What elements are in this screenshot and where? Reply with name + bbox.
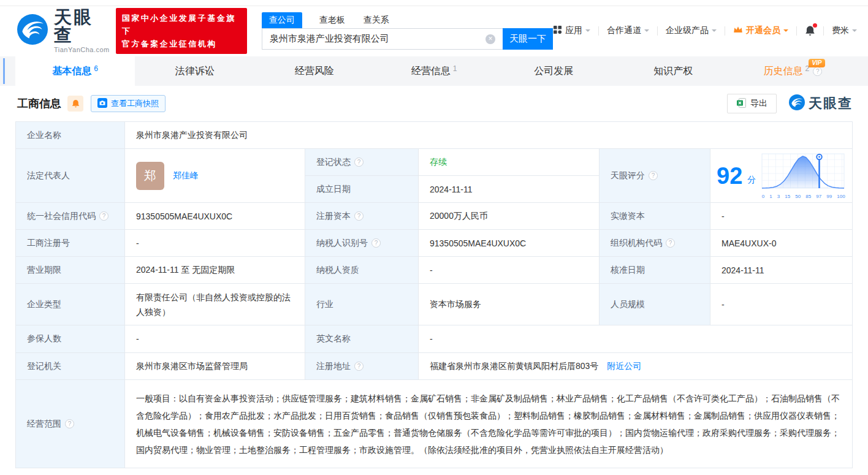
credit-code-label: 统一社会信用代码: [27, 211, 96, 222]
approval-date-value: 2024-11-11: [721, 265, 764, 275]
camera-icon: [97, 98, 107, 110]
industry-label: 行业: [316, 299, 333, 310]
establish-date-value: 2024-11-11: [430, 184, 473, 194]
nav-open-vip[interactable]: 开通会员: [733, 25, 788, 36]
tianyancha-logo-icon: [17, 14, 48, 47]
insured-count-label: 参保人数: [27, 333, 61, 344]
reg-authority-value: 泉州市泉港区市场监督管理局: [136, 361, 248, 371]
left-edge-indicator: [3, 58, 5, 84]
tyc-score-label: 天眼评分: [611, 170, 645, 181]
notification-bell-icon[interactable]: [805, 25, 815, 36]
reg-address-value: 福建省泉州市泉港区前黄镇凤阳村后厝803号: [430, 361, 598, 371]
chevron-down-icon: [852, 29, 857, 34]
brand-name: 天眼查: [54, 9, 110, 44]
table-row: 经营范围 一般项目：以自有资金从事投资活动；供应链管理服务；建筑材料销售；金属矿…: [16, 380, 853, 468]
top-nav: 应用 合作通道 企业级产品 开通会员 费米: [553, 25, 857, 36]
section-title: 工商信息: [17, 96, 61, 111]
tab-basic-info[interactable]: 基本信息6: [15, 56, 135, 86]
company-type-value: 有限责任公司（非自然人投资或控股的法人独资）: [136, 292, 291, 317]
export-button[interactable]: 导出: [727, 94, 777, 113]
tab-operational-risk[interactable]: 经营风险: [254, 56, 374, 86]
tab-legal-proceedings[interactable]: 法律诉讼: [135, 56, 254, 86]
english-name-value: -: [430, 334, 433, 344]
legal-rep-label: 法定代表人: [27, 170, 70, 181]
snapshot-button[interactable]: 查看工商快照: [91, 95, 166, 112]
org-code-label: 组织机构代码: [611, 238, 662, 249]
nearby-companies-link[interactable]: 附近公司: [607, 361, 641, 371]
legal-rep-avatar[interactable]: 郑: [136, 162, 164, 190]
apps-grid-icon: [553, 25, 562, 36]
legal-rep-link[interactable]: 郑佳峰: [173, 170, 199, 181]
monitor-bell-icon[interactable]: [67, 96, 83, 112]
watermark-logo: 天眼查: [789, 94, 853, 113]
certification-badge: 国家中小企业发展子基金旗下 官方备案企业征信机构: [116, 8, 247, 54]
score-distribution-chart[interactable]: 0131550859799100: [761, 153, 846, 199]
table-row: 企业类型 有限责任公司（非自然人投资或控股的法人独资） 行业 资本市场服务 人员…: [16, 284, 853, 325]
nav-divider: [657, 26, 658, 36]
tianyancha-logo-icon: [789, 94, 805, 113]
nav-divider: [796, 26, 797, 36]
search-tab-relation[interactable]: 查关系: [362, 12, 390, 28]
search-area: 查公司 查老板 查关系 天眼一下: [262, 12, 553, 50]
credit-code-value: 91350505MAE4UXUX0C: [136, 211, 232, 221]
tab-history-info[interactable]: 历史信息2 VIP: [733, 56, 853, 86]
business-term-value: 2024-11-11 至 无固定期限: [136, 265, 235, 275]
reg-status-label: 登记状态: [316, 157, 351, 168]
nav-user[interactable]: 费米: [832, 25, 857, 36]
search-tab-boss[interactable]: 查老板: [318, 12, 346, 28]
crown-icon: [733, 26, 743, 36]
business-scope-value: 一般项目：以自有资金从事投资活动；供应链管理服务；建筑材料销售；金属矿石销售；非…: [136, 393, 840, 455]
help-icon[interactable]: [813, 67, 822, 76]
table-row: 营业期限 2024-11-11 至 无固定期限 纳税人资质 - 核准日期 202…: [16, 257, 853, 284]
search-input[interactable]: [262, 28, 503, 50]
tyc-score-value: 92: [717, 164, 742, 188]
help-icon[interactable]: [371, 238, 381, 248]
section-header: 工商信息 查看工商快照 导出: [0, 86, 868, 121]
taxpayer-quality-label: 纳税人资质: [316, 265, 359, 276]
business-scope-label: 经营范围: [27, 419, 61, 430]
tianyancha-logo[interactable]: 天眼查 TianYanCha.com: [17, 9, 110, 53]
nav-apps[interactable]: 应用: [553, 25, 590, 36]
nav-divider: [598, 26, 599, 36]
search-tab-company[interactable]: 查公司: [262, 12, 302, 28]
reg-no-label: 工商注册号: [27, 238, 70, 249]
help-icon[interactable]: [354, 158, 364, 167]
chevron-down-icon: [585, 29, 590, 34]
clear-icon[interactable]: [485, 34, 495, 44]
reg-capital-label: 注册资本: [316, 211, 351, 222]
nav-divider: [823, 26, 824, 36]
company-name-label: 企业名称: [27, 130, 61, 141]
reg-no-value: -: [136, 238, 139, 248]
nav-cooperation[interactable]: 合作通道: [607, 25, 649, 36]
brand-domain: TianYanCha.com: [54, 46, 110, 53]
tab-business-info[interactable]: 经营信息1: [374, 56, 493, 86]
tab-intellectual-property[interactable]: 知识产权: [614, 56, 733, 86]
industry-value: 资本市场服务: [430, 299, 481, 309]
tyc-score-unit: 分: [747, 175, 756, 186]
table-row: 工商注册号 - 纳税人识别号 91350505MAE4UXUX0C 组织机构代码…: [16, 230, 853, 257]
vip-badge: VIP: [809, 59, 824, 67]
company-type-label: 企业类型: [27, 299, 61, 310]
help-icon[interactable]: [354, 211, 364, 221]
help-icon[interactable]: [666, 238, 675, 248]
nav-enterprise-products[interactable]: 企业级产品: [666, 25, 717, 36]
table-row: 统一社会信用代码 91350505MAE4UXUX0C 注册资本 20000万人…: [16, 203, 853, 230]
help-icon[interactable]: [354, 362, 364, 371]
help-icon[interactable]: [649, 171, 658, 180]
help-icon[interactable]: [65, 419, 74, 428]
paid-capital-label: 实缴资本: [611, 211, 645, 222]
company-name-value: 泉州市泉港产业投资有限公司: [136, 130, 248, 140]
staff-size-label: 人员规模: [611, 299, 645, 310]
tab-company-development[interactable]: 公司发展: [494, 56, 614, 86]
reg-capital-value: 20000万人民币: [430, 211, 488, 221]
table-row: 法定代表人 郑 郑佳峰 登记状态 存续 天眼评分 92 分: [16, 149, 853, 176]
establish-date-label: 成立日期: [316, 184, 351, 195]
table-row: 参保人数 - 英文名称 -: [16, 325, 853, 353]
search-button[interactable]: 天眼一下: [503, 28, 553, 50]
header: 天眼查 TianYanCha.com 国家中小企业发展子基金旗下 官方备案企业征…: [0, 0, 868, 56]
chevron-down-icon: [644, 29, 649, 34]
reg-address-label: 注册地址: [316, 361, 351, 372]
help-icon[interactable]: [99, 211, 108, 221]
reg-status-value: 存续: [430, 157, 447, 167]
paid-capital-value: -: [721, 211, 725, 221]
